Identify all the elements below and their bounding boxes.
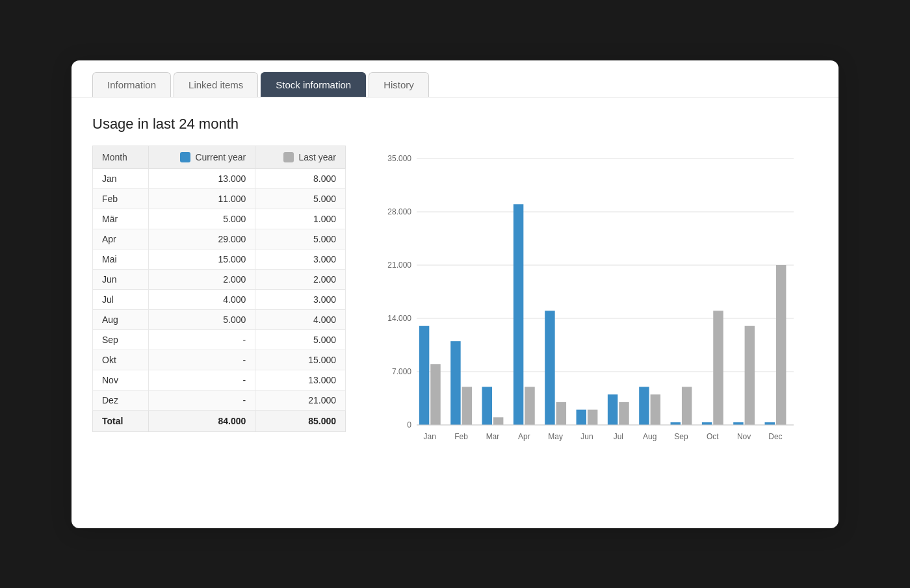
svg-text:Jun: Jun [580,432,593,441]
cell-last: 5.000 [255,329,346,350]
svg-text:Mar: Mar [486,432,500,441]
svg-text:Jan: Jan [424,432,436,441]
svg-rect-19 [493,417,503,425]
cell-month: Nov [93,370,149,390]
svg-text:28.000: 28.000 [387,207,411,216]
cell-last: 3.000 [255,249,346,269]
cell-current: 11.000 [148,188,255,209]
svg-text:7.000: 7.000 [392,367,411,376]
cell-current: - [148,370,255,390]
cell-current: 15.000 [148,249,255,269]
table-row: Apr 29.000 5.000 [93,229,346,249]
cell-last: 1.000 [255,209,346,229]
svg-rect-25 [556,402,566,424]
main-area: Month Current year [92,146,818,457]
svg-rect-28 [588,409,597,424]
main-card: Information Linked items Stock informati… [72,60,838,528]
cell-last: 8.000 [255,168,346,188]
cell-month: Jun [93,269,149,289]
svg-text:Nov: Nov [737,432,751,441]
tab-stock-information[interactable]: Stock information [261,72,366,97]
cell-current: - [148,329,255,350]
svg-rect-34 [651,394,660,425]
cell-current: 29.000 [148,229,255,249]
svg-rect-21 [514,204,523,425]
cell-month: Mär [93,209,149,229]
cell-current: 2.000 [148,269,255,289]
table-row: Mai 15.000 3.000 [93,249,346,269]
cell-month: Aug [93,309,149,329]
cell-last: 5.000 [255,188,346,209]
usage-table-wrap: Month Current year [92,146,346,432]
cell-current: 5.000 [148,309,255,329]
chart-wrap: 07.00014.00021.00028.00035.000JanFebMarA… [367,146,818,457]
svg-rect-13 [430,364,440,425]
table-row: Sep - 5.000 [93,329,346,350]
svg-rect-37 [682,387,692,425]
section-title: Usage in last 24 month [92,116,818,133]
svg-rect-16 [462,387,472,425]
bar-chart: 07.00014.00021.00028.00035.000JanFebMarA… [367,146,818,457]
total-label: Total [93,410,149,431]
cell-month: Jul [93,289,149,309]
svg-rect-42 [733,422,743,425]
cell-month: Sep [93,329,149,350]
table-row: Feb 11.000 5.000 [93,188,346,209]
tab-linked-items[interactable]: Linked items [174,72,258,97]
svg-text:21.000: 21.000 [387,261,411,270]
svg-rect-36 [671,422,681,425]
col-month: Month [93,146,149,168]
cell-last: 4.000 [255,309,346,329]
svg-rect-30 [608,394,618,425]
usage-table: Month Current year [92,146,346,432]
cell-last: 2.000 [255,269,346,289]
svg-text:Dec: Dec [768,432,782,441]
svg-text:Aug: Aug [643,432,656,441]
last-year-legend-dot [283,152,294,162]
svg-text:Sep: Sep [674,432,688,441]
cell-last: 15.000 [255,350,346,370]
svg-text:14.000: 14.000 [387,314,411,323]
table-row: Jan 13.000 8.000 [93,168,346,188]
cell-month: Okt [93,350,149,370]
svg-rect-12 [419,326,429,424]
svg-rect-40 [713,311,723,425]
total-current: 84.000 [148,410,255,431]
svg-text:Apr: Apr [518,432,530,441]
cell-month: Jan [93,168,149,188]
cell-month: Feb [93,188,149,209]
cell-current: 5.000 [148,209,255,229]
svg-rect-33 [639,387,649,425]
svg-text:Jul: Jul [614,432,623,441]
svg-rect-15 [450,341,460,425]
table-row: Jun 2.000 2.000 [93,269,346,289]
table-row: Jul 4.000 3.000 [93,289,346,309]
cell-last: 21.000 [255,390,346,410]
svg-rect-27 [577,409,586,424]
cell-current: - [148,390,255,410]
cell-month: Mai [93,249,149,269]
cell-current: 4.000 [148,289,255,309]
table-row: Dez - 21.000 [93,390,346,410]
svg-rect-43 [745,326,755,424]
svg-rect-45 [765,422,775,425]
table-row: Aug 5.000 4.000 [93,309,346,329]
svg-rect-22 [525,387,534,425]
svg-rect-39 [702,422,712,425]
table-row: Mär 5.000 1.000 [93,209,346,229]
svg-text:Feb: Feb [454,432,468,441]
tab-information[interactable]: Information [92,72,171,97]
cell-month: Dez [93,390,149,410]
table-row: Okt - 15.000 [93,350,346,370]
chart-container: 07.00014.00021.00028.00035.000JanFebMarA… [367,146,818,457]
svg-rect-31 [619,402,629,424]
svg-rect-46 [776,265,786,425]
tab-history[interactable]: History [369,72,429,97]
svg-text:Oct: Oct [707,432,719,441]
content-area: Usage in last 24 month Month Cur [72,97,838,478]
svg-rect-24 [545,311,554,425]
svg-text:0: 0 [407,420,411,429]
col-last-year: Last year [255,146,346,168]
table-row: Nov - 13.000 [93,370,346,390]
cell-current: - [148,350,255,370]
